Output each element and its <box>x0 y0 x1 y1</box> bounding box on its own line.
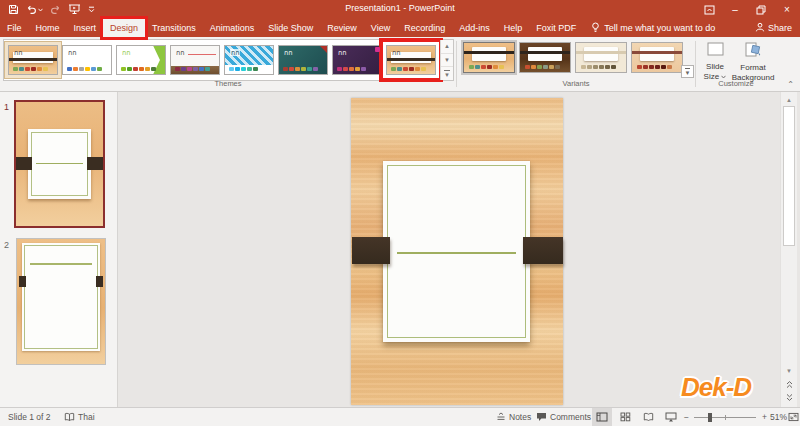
color-swatch <box>145 67 150 71</box>
close-button[interactable]: × <box>774 0 800 19</box>
tab-animations[interactable]: Animations <box>203 19 262 37</box>
theme-color-swatches <box>337 67 366 71</box>
ribbon-tabs: FileHomeInsertDesignTransitionsAnimation… <box>0 19 583 37</box>
gallery-scroll-down-icon[interactable]: ▼ <box>441 54 453 68</box>
collapse-ribbon-icon[interactable]: ⌃ <box>787 80 794 89</box>
zoom-in-button[interactable]: + <box>762 408 767 426</box>
reading-view-button[interactable] <box>638 408 658 426</box>
normal-view-button[interactable] <box>592 408 612 426</box>
theme-ion[interactable]: กก <box>278 45 328 75</box>
share-button[interactable]: Share <box>755 19 792 37</box>
color-swatch <box>181 67 186 71</box>
thumbnail-divider-line <box>30 263 92 265</box>
minimize-button[interactable]: – <box>722 0 748 19</box>
thumbnail-divider-line <box>36 163 83 164</box>
slide-show-button[interactable] <box>661 408 681 426</box>
tab-review[interactable]: Review <box>320 19 364 37</box>
thumbnail-paper <box>22 243 100 351</box>
theme-wood-highlighted[interactable]: กก <box>386 45 436 75</box>
restore-button[interactable] <box>748 0 774 19</box>
themes-group-label: Themes <box>0 79 456 88</box>
comment-icon <box>536 412 547 422</box>
theme-variant-4[interactable] <box>631 42 683 73</box>
theme-sample-text: กก <box>392 49 400 56</box>
notes-button[interactable]: Notes <box>496 408 531 426</box>
scrollbar-thumb[interactable] <box>783 106 795 246</box>
slide-thumbnail-2[interactable] <box>16 238 106 365</box>
tab-add-ins[interactable]: Add-ins <box>452 19 497 37</box>
tab-design[interactable]: Design <box>103 19 145 37</box>
theme-color-swatches <box>229 67 258 71</box>
color-swatch <box>475 65 480 69</box>
language-button[interactable]: Thai <box>64 408 95 426</box>
color-swatch <box>13 67 18 71</box>
tab-slide-show[interactable]: Slide Show <box>261 19 320 37</box>
theme-color-swatches <box>121 67 156 71</box>
theme-facet[interactable]: กก <box>116 45 166 75</box>
theme-wood-current[interactable]: กก <box>8 45 58 75</box>
theme-variant-3[interactable] <box>575 42 627 73</box>
ribbon-tab-row: FileHomeInsertDesignTransitionsAnimation… <box>0 19 800 37</box>
tab-view[interactable]: View <box>364 19 397 37</box>
theme-color-swatches <box>283 67 318 71</box>
zoom-out-button[interactable]: − <box>684 408 689 426</box>
thumbnail-ribbon-right <box>87 157 103 170</box>
theme-office[interactable]: กก <box>62 45 112 75</box>
vertical-scrollbar[interactable]: ▲ ▼ <box>780 92 797 407</box>
variants-more-icon[interactable]: ▼ <box>681 65 694 78</box>
color-swatch <box>403 67 408 71</box>
scroll-down-icon[interactable]: ▼ <box>781 364 797 377</box>
theme-color-swatches <box>67 67 102 71</box>
color-swatch <box>649 65 654 69</box>
zoom-slider-handle[interactable] <box>708 413 712 422</box>
slide-thumbnail-1[interactable] <box>14 100 105 228</box>
next-slide-icon[interactable] <box>781 391 797 404</box>
tab-foxit-pdf[interactable]: Foxit PDF <box>529 19 583 37</box>
theme-variant-1[interactable] <box>463 42 515 73</box>
color-swatch <box>361 67 366 71</box>
tab-recording[interactable]: Recording <box>397 19 452 37</box>
scroll-up-icon[interactable]: ▲ <box>781 93 797 106</box>
color-swatch <box>295 67 300 71</box>
ribbon-display-options-icon[interactable] <box>696 0 722 19</box>
color-swatch <box>525 65 530 69</box>
gallery-scroll-up-icon[interactable]: ▲ <box>441 40 453 54</box>
previous-slide-icon[interactable] <box>781 378 797 391</box>
tab-insert[interactable]: Insert <box>67 19 104 37</box>
theme-variant-2[interactable] <box>519 42 571 73</box>
tell-me-box[interactable]: Tell me what you want to do <box>583 19 723 37</box>
color-swatch <box>193 67 198 71</box>
comments-button[interactable]: Comments <box>536 408 591 426</box>
color-swatch <box>349 67 354 71</box>
status-bar: Slide 1 of 2 Thai Notes Comments <box>0 407 800 426</box>
color-swatch <box>415 67 420 71</box>
color-swatch <box>133 67 138 71</box>
fit-slide-to-window-icon[interactable] <box>788 408 799 426</box>
color-swatch <box>307 67 312 71</box>
theme-ion-boardroom[interactable]: กก <box>332 45 382 75</box>
color-swatch <box>487 65 492 69</box>
view-buttons <box>592 408 681 426</box>
color-swatch <box>241 67 246 71</box>
theme-integral[interactable]: กก <box>224 45 274 75</box>
color-swatch <box>549 65 554 69</box>
color-swatch <box>175 67 180 71</box>
slide-sorter-button[interactable] <box>615 408 635 426</box>
zoom-percentage[interactable]: 51% <box>770 408 787 426</box>
theme-wood-type[interactable]: กก <box>170 45 220 75</box>
color-swatch <box>531 65 536 69</box>
color-swatch <box>301 67 306 71</box>
tab-home[interactable]: Home <box>29 19 67 37</box>
color-swatch <box>493 65 498 69</box>
tab-file[interactable]: File <box>0 19 29 37</box>
tab-help[interactable]: Help <box>497 19 530 37</box>
slide-editing-area[interactable] <box>351 98 563 405</box>
theme-color-swatches <box>469 65 504 69</box>
color-swatch <box>25 67 30 71</box>
tab-transitions[interactable]: Transitions <box>145 19 203 37</box>
color-swatch <box>611 65 616 69</box>
zoom-slider[interactable] <box>694 408 756 426</box>
notes-label: Notes <box>509 412 531 422</box>
color-swatch <box>73 67 78 71</box>
zoom-slider-track[interactable] <box>694 417 756 418</box>
